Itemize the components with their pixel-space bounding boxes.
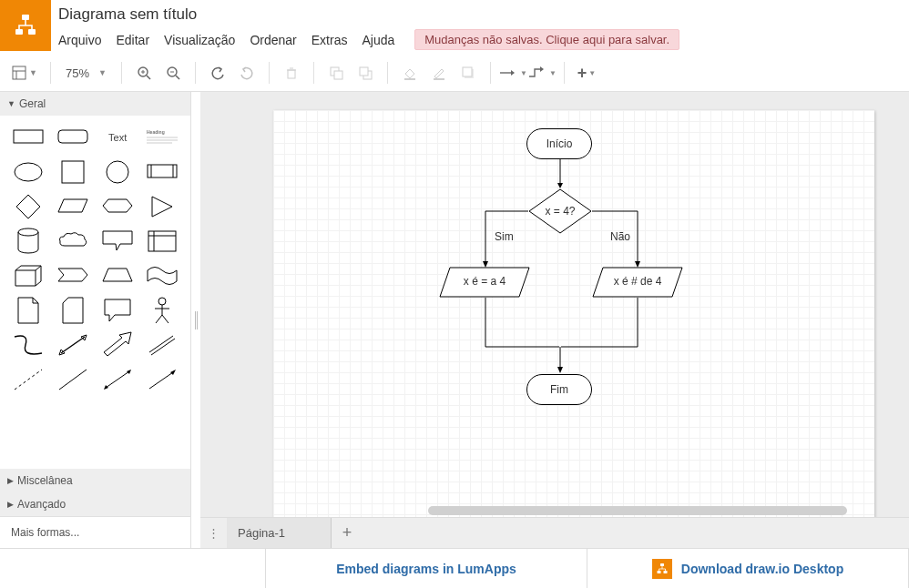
pages-menu-icon[interactable]: ⋮: [200, 526, 227, 540]
menu-view[interactable]: Visualização: [164, 33, 235, 47]
shape-callout2[interactable]: [97, 296, 138, 325]
section-general[interactable]: ▼Geral: [0, 92, 190, 116]
shadow-button[interactable]: [455, 60, 481, 86]
svg-point-41: [158, 298, 166, 305]
view-mode-dropdown[interactable]: ▼: [7, 65, 41, 81]
document-title[interactable]: Diagrama sem título: [58, 5, 902, 24]
waypoint-style-button[interactable]: ▼: [529, 60, 555, 86]
menu-extras[interactable]: Extras: [312, 33, 348, 47]
svg-rect-26: [58, 130, 87, 143]
section-advanced[interactable]: ▶Avançado: [0, 492, 190, 516]
svg-rect-34: [148, 165, 177, 177]
edge-label-yes[interactable]: Sim: [495, 230, 514, 243]
shape-arrow-connector[interactable]: [142, 365, 183, 394]
shape-circle[interactable]: [97, 157, 138, 187]
svg-rect-32: [62, 161, 84, 183]
svg-line-46: [61, 337, 85, 353]
shape-textbox[interactable]: Heading: [142, 123, 183, 152]
svg-rect-20: [404, 78, 415, 80]
shape-square[interactable]: [52, 157, 93, 187]
svg-line-44: [156, 315, 162, 323]
page-tab-1[interactable]: Página-1: [227, 518, 332, 548]
svg-rect-38: [148, 231, 176, 251]
shape-internal-storage[interactable]: [142, 227, 183, 256]
svg-line-11: [176, 76, 179, 79]
shape-actor[interactable]: [142, 296, 183, 325]
shape-tape[interactable]: [142, 261, 183, 290]
svg-line-48: [151, 339, 175, 355]
footer-download-link[interactable]: Download draw.io Desktop: [587, 549, 909, 588]
menu-file[interactable]: Arquivo: [58, 33, 101, 47]
footer-embed-link[interactable]: Embed diagrams in LumApps: [266, 549, 587, 588]
zoom-dropdown[interactable]: 75% ▼: [60, 66, 112, 80]
svg-rect-13: [288, 70, 295, 78]
shape-line[interactable]: [52, 365, 93, 394]
flowchart-process-left[interactable]: x é = a 4: [439, 267, 530, 298]
collapse-icon: ▶: [7, 476, 14, 485]
svg-point-33: [107, 161, 128, 183]
delete-button[interactable]: [279, 60, 304, 86]
edge-label-no[interactable]: Não: [610, 230, 630, 243]
svg-line-52: [149, 372, 173, 389]
line-color-button[interactable]: [426, 60, 452, 86]
shape-hexagon[interactable]: [97, 192, 138, 221]
shape-curve[interactable]: [7, 330, 48, 360]
shape-card[interactable]: [52, 296, 93, 325]
shape-block-arrow[interactable]: [97, 330, 138, 360]
more-shapes-button[interactable]: Mais formas...: [0, 516, 190, 548]
shape-cube[interactable]: [7, 261, 48, 290]
shape-cylinder[interactable]: [7, 227, 48, 256]
menu-edit[interactable]: Editar: [116, 33, 149, 47]
insert-button[interactable]: +▼: [574, 60, 599, 86]
caret-down-icon: ▼: [98, 68, 107, 77]
shape-callout[interactable]: [97, 227, 138, 256]
fill-color-button[interactable]: [397, 60, 423, 86]
flowchart-end[interactable]: Fim: [526, 374, 592, 405]
shape-rounded-rectangle[interactable]: [52, 123, 93, 152]
svg-point-37: [18, 228, 38, 236]
to-front-button[interactable]: [323, 60, 349, 86]
svg-line-51: [106, 371, 129, 388]
to-back-button[interactable]: [352, 60, 378, 86]
shape-bidirectional-arrow[interactable]: [52, 330, 93, 360]
shape-parallelogram[interactable]: [52, 192, 93, 221]
flowchart-start[interactable]: Início: [526, 128, 592, 159]
zoom-out-button[interactable]: [160, 60, 186, 86]
shape-text[interactable]: Text: [97, 123, 138, 152]
shape-rectangle[interactable]: [7, 123, 48, 152]
shape-cloud[interactable]: [52, 227, 93, 256]
shape-trapezoid[interactable]: [97, 261, 138, 290]
zoom-in-button[interactable]: [131, 60, 157, 86]
canvas[interactable]: Início x = 4?: [200, 92, 909, 517]
flowchart-process-right[interactable]: x é # de 4: [592, 267, 683, 298]
redo-button[interactable]: [234, 60, 260, 86]
shape-diamond[interactable]: [7, 192, 48, 221]
section-misc[interactable]: ▶Miscelânea: [0, 469, 190, 492]
app-logo[interactable]: [0, 0, 51, 51]
unsaved-changes-button[interactable]: Mudanças não salvas. Clique aqui para sa…: [414, 29, 679, 50]
svg-rect-57: [663, 571, 667, 573]
horizontal-scrollbar[interactable]: [428, 506, 847, 515]
shape-process[interactable]: [142, 157, 183, 187]
drawio-logo-icon: [652, 559, 672, 579]
caret-down-icon: ▼: [29, 68, 37, 77]
menu-arrange[interactable]: Ordenar: [250, 33, 296, 47]
svg-rect-3: [13, 66, 26, 79]
shape-link[interactable]: [142, 330, 183, 360]
connection-style-button[interactable]: ▼: [500, 60, 526, 86]
add-page-button[interactable]: +: [332, 518, 363, 549]
menu-help[interactable]: Ajuda: [362, 33, 394, 47]
shape-note[interactable]: [7, 296, 48, 325]
shape-step[interactable]: [52, 261, 93, 290]
shape-triangle[interactable]: [142, 192, 183, 221]
shape-ellipse[interactable]: [7, 157, 48, 187]
svg-rect-23: [463, 67, 472, 76]
shape-bidir-connector[interactable]: [97, 365, 138, 394]
svg-rect-1: [15, 29, 23, 35]
svg-rect-19: [360, 67, 368, 76]
shape-dashed-line[interactable]: [7, 365, 48, 394]
undo-button[interactable]: [205, 60, 230, 86]
sidebar-splitter[interactable]: [191, 92, 200, 548]
svg-rect-0: [22, 15, 29, 20]
svg-line-7: [147, 76, 150, 79]
